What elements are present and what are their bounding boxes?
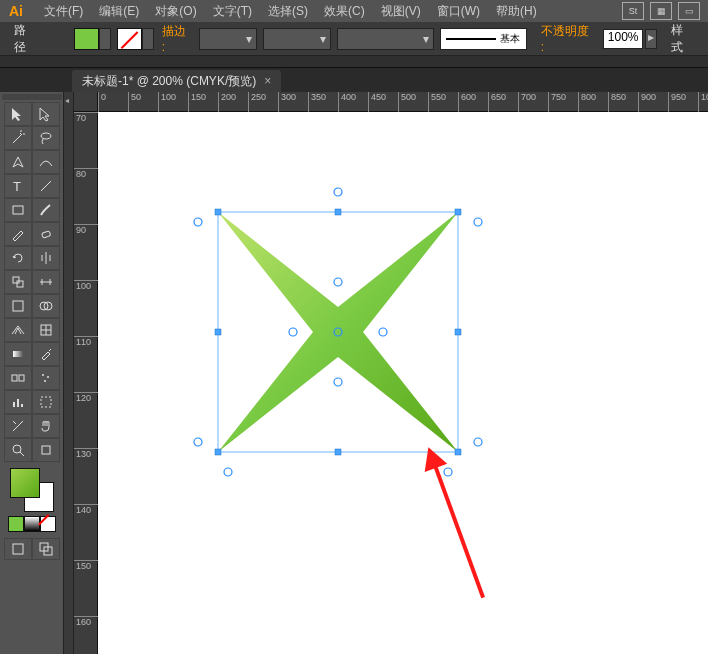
rectangle-tool[interactable]	[4, 198, 32, 222]
canvas[interactable]	[98, 112, 708, 654]
menu-help[interactable]: 帮助(H)	[488, 3, 545, 20]
live-corner-widget[interactable]	[474, 438, 482, 446]
svg-rect-5	[13, 277, 19, 283]
live-corner-widget[interactable]	[194, 438, 202, 446]
opacity-input[interactable]: 100%	[603, 29, 643, 49]
brush-dropdown[interactable]: ▾	[263, 28, 331, 50]
live-corner-widget[interactable]	[224, 468, 232, 476]
scale-tool[interactable]	[4, 270, 32, 294]
handle-tm[interactable]	[335, 209, 341, 215]
menu-file[interactable]: 文件(F)	[36, 3, 91, 20]
gradient-tool[interactable]	[4, 342, 32, 366]
handle-tl[interactable]	[215, 209, 221, 215]
menu-effect[interactable]: 效果(C)	[316, 3, 373, 20]
perspective-grid-tool[interactable]	[4, 318, 32, 342]
eyedropper-tool[interactable]	[32, 342, 60, 366]
ruler-h-tick: 700	[518, 92, 536, 112]
document-tab-title: 未标题-1* @ 200% (CMYK/预览)	[82, 73, 256, 90]
free-transform-tool[interactable]	[4, 294, 32, 318]
direct-selection-tool[interactable]	[32, 102, 60, 126]
tool-panel-grip[interactable]	[2, 94, 62, 100]
lasso-tool[interactable]	[32, 126, 60, 150]
pen-tool[interactable]	[4, 150, 32, 174]
menu-object[interactable]: 对象(O)	[147, 3, 204, 20]
ruler-origin[interactable]	[74, 92, 98, 112]
menu-window[interactable]: 窗口(W)	[429, 3, 488, 20]
panel-toggle-bar[interactable]	[0, 56, 708, 68]
stroke-style-preview[interactable]: 基本	[440, 28, 527, 50]
rotate-tool[interactable]	[4, 246, 32, 270]
app-logo-icon: Ai	[4, 1, 28, 21]
fill-dropdown-icon[interactable]	[99, 28, 111, 50]
stroke-label: 描边 :	[154, 23, 200, 54]
color-mode-solid[interactable]	[8, 516, 24, 532]
stroke-dropdown-icon[interactable]	[142, 28, 154, 50]
magic-wand-tool[interactable]	[4, 126, 32, 150]
reflect-tool[interactable]	[32, 246, 60, 270]
color-mode-gradient[interactable]	[24, 516, 40, 532]
print-tiling-tool[interactable]	[32, 438, 60, 462]
menu-select[interactable]: 选择(S)	[260, 3, 316, 20]
horizontal-ruler[interactable]: 0501001502002503003504004505005506006507…	[98, 92, 708, 112]
profile-dropdown[interactable]: ▾	[337, 28, 434, 50]
menu-edit[interactable]: 编辑(E)	[91, 3, 147, 20]
zoom-tool[interactable]	[4, 438, 32, 462]
handle-tr[interactable]	[455, 209, 461, 215]
shape-builder-tool[interactable]	[32, 294, 60, 318]
vertical-ruler[interactable]: 708090100110120130140150160	[74, 112, 98, 654]
close-tab-icon[interactable]: ×	[264, 74, 271, 88]
document-tab[interactable]: 未标题-1* @ 200% (CMYK/预览) ×	[72, 70, 281, 92]
handle-bm[interactable]	[335, 449, 341, 455]
live-corner-widget[interactable]	[194, 218, 202, 226]
panel-expand-strip[interactable]	[64, 92, 74, 654]
live-corner-widget[interactable]	[379, 328, 387, 336]
workspace-icon-b[interactable]: ▦	[650, 2, 672, 20]
draw-mode-normal[interactable]	[4, 538, 32, 560]
selection-tool[interactable]	[4, 102, 32, 126]
selected-star-shape[interactable]	[198, 192, 478, 472]
mesh-tool[interactable]	[32, 318, 60, 342]
handle-bl[interactable]	[215, 449, 221, 455]
width-tool[interactable]	[32, 270, 60, 294]
menu-text[interactable]: 文字(T)	[205, 3, 260, 20]
screen-mode-row	[4, 538, 60, 560]
stroke-weight-dropdown[interactable]: ▾	[199, 28, 257, 50]
fill-stroke-indicator[interactable]	[10, 468, 54, 512]
live-corner-widget[interactable]	[474, 218, 482, 226]
live-corner-widget[interactable]	[334, 188, 342, 196]
handle-mr[interactable]	[455, 329, 461, 335]
workspace-icon-a[interactable]: St	[622, 2, 644, 20]
menu-view[interactable]: 视图(V)	[373, 3, 429, 20]
ruler-v-tick: 110	[74, 336, 98, 347]
line-tool[interactable]	[32, 174, 60, 198]
blend-tool[interactable]	[4, 366, 32, 390]
draw-mode-behind[interactable]	[32, 538, 60, 560]
stroke-line-icon	[446, 38, 496, 40]
live-corner-widget[interactable]	[334, 278, 342, 286]
fill-indicator[interactable]	[10, 468, 40, 498]
type-tool[interactable]: T	[4, 174, 32, 198]
curvature-tool[interactable]	[32, 150, 60, 174]
handle-ml[interactable]	[215, 329, 221, 335]
svg-rect-13	[13, 351, 23, 357]
stroke-swatch[interactable]	[117, 28, 142, 50]
fill-swatch[interactable]	[74, 28, 99, 50]
color-mode-none[interactable]	[40, 516, 56, 532]
star-path[interactable]	[218, 212, 458, 452]
workspace-icon-c[interactable]: ▭	[678, 2, 700, 20]
pencil-tool[interactable]	[4, 222, 32, 246]
artboard-tool[interactable]	[32, 390, 60, 414]
selection-type-label: 路径	[6, 22, 45, 56]
hand-tool[interactable]	[32, 414, 60, 438]
main-area: T	[0, 92, 708, 654]
symbol-sprayer-tool[interactable]	[32, 366, 60, 390]
paintbrush-tool[interactable]	[32, 198, 60, 222]
slice-tool[interactable]	[4, 414, 32, 438]
column-graph-tool[interactable]	[4, 390, 32, 414]
eraser-tool[interactable]	[32, 222, 60, 246]
ruler-h-tick: 300	[278, 92, 296, 112]
live-corner-widget[interactable]	[334, 378, 342, 386]
ruler-h-tick: 200	[218, 92, 236, 112]
opacity-dropdown-icon[interactable]: ▸	[645, 29, 657, 49]
live-corner-widget[interactable]	[289, 328, 297, 336]
